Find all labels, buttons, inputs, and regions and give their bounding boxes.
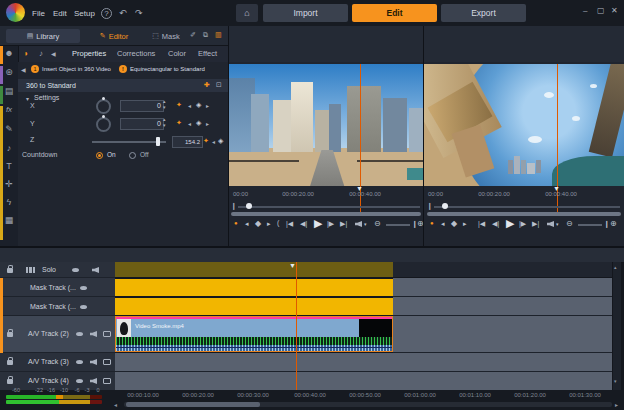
rail-keyframe-icon[interactable]: ✎ bbox=[5, 124, 13, 134]
z-value-input[interactable]: 154.2 bbox=[172, 136, 203, 148]
eye-icon[interactable] bbox=[72, 268, 79, 272]
minimize-button[interactable]: – bbox=[583, 6, 587, 15]
x-keyframe-diamond-icon[interactable]: ◈ bbox=[196, 101, 201, 109]
rail-fx-icon[interactable]: fx bbox=[6, 105, 12, 114]
eye-icon[interactable] bbox=[76, 360, 83, 364]
src-prev-keyframe-icon[interactable]: ◂ bbox=[245, 220, 249, 228]
dual-view-icon[interactable]: ▥ bbox=[215, 31, 222, 39]
panel-options-icon[interactable]: ⊡ bbox=[216, 81, 222, 89]
pre-keyframe-icon[interactable]: ◆ bbox=[451, 219, 457, 228]
pip-icon[interactable] bbox=[103, 359, 111, 365]
redo-icon[interactable]: ↷ bbox=[135, 8, 143, 18]
eye-icon[interactable] bbox=[80, 305, 87, 309]
menu-edit[interactable]: Edit bbox=[53, 9, 67, 18]
rail-effects-icon[interactable]: ϟ bbox=[7, 197, 12, 207]
rail-library-icon[interactable]: ▤ bbox=[5, 86, 14, 96]
tab-properties[interactable]: Properties bbox=[72, 49, 106, 58]
mask-clip-1[interactable] bbox=[115, 279, 393, 296]
timeline-vscrollbar[interactable]: ▴ ▾ bbox=[613, 262, 621, 390]
src-mark-in-icon[interactable]: ( bbox=[277, 219, 279, 226]
track-empty-area[interactable] bbox=[115, 353, 612, 372]
export-nav-button[interactable]: Export bbox=[441, 4, 526, 22]
pre-prev-keyframe-icon[interactable]: ◂ bbox=[441, 220, 445, 228]
pre-next-keyframe-icon[interactable]: ▸ bbox=[463, 220, 467, 228]
src-go-end-button[interactable]: ▶| bbox=[340, 220, 347, 228]
eye-icon[interactable] bbox=[76, 332, 83, 336]
speaker-icon[interactable] bbox=[90, 378, 97, 384]
timeline-hscrollbar-thumb[interactable] bbox=[126, 402, 260, 407]
rail-audio-icon[interactable]: ♪ bbox=[7, 143, 12, 153]
volume-keyframe-line[interactable] bbox=[116, 347, 392, 348]
src-zoom-out-icon[interactable]: ⊖ bbox=[374, 219, 381, 228]
back-step-icon[interactable]: ◀ bbox=[21, 66, 26, 73]
y-keyframe-diamond-icon[interactable]: ◈ bbox=[196, 119, 201, 127]
help-icon[interactable]: ? bbox=[101, 8, 112, 19]
countdown-off-label[interactable]: Off bbox=[140, 151, 149, 158]
source-scrollbar[interactable] bbox=[231, 212, 421, 216]
src-step-forward-button[interactable]: |▶ bbox=[327, 220, 334, 228]
pre-zoom-in-icon[interactable]: ⊕ bbox=[610, 219, 617, 228]
preview-trim-track[interactable] bbox=[434, 206, 620, 208]
settings-collapse-icon[interactable]: ▾ bbox=[26, 95, 29, 102]
scroll-left-icon[interactable]: ◂ bbox=[114, 401, 117, 408]
pre-step-forward-button[interactable]: |▶ bbox=[519, 220, 526, 228]
collapse-left-icon[interactable]: ◀ bbox=[51, 50, 56, 57]
import-nav-button[interactable]: Import bbox=[263, 4, 348, 22]
pre-go-start-button[interactable]: |◀ bbox=[478, 220, 485, 228]
tab-library[interactable]: ▤ Library bbox=[6, 29, 80, 43]
countdown-on-label[interactable]: On bbox=[107, 151, 116, 158]
preview-playhead-handle[interactable]: ▼ bbox=[553, 185, 560, 192]
undo-icon[interactable]: ↶ bbox=[119, 8, 127, 18]
lock-icon[interactable] bbox=[7, 379, 13, 384]
preview-360-video[interactable] bbox=[424, 64, 624, 186]
pre-zoom-out-icon[interactable]: ⊖ bbox=[566, 219, 573, 228]
src-volume-caret-icon[interactable]: ▾ bbox=[364, 221, 367, 227]
z-keyframe-icon[interactable]: ✦ bbox=[203, 137, 209, 145]
y-prev-keyframe-icon[interactable]: ◂ bbox=[188, 120, 191, 127]
tab-color[interactable]: Color bbox=[168, 49, 186, 58]
src-next-keyframe-icon[interactable]: ▸ bbox=[267, 220, 271, 228]
rail-360-icon[interactable]: ⊛ bbox=[5, 67, 13, 77]
scroll-down-icon[interactable]: ▾ bbox=[614, 378, 617, 384]
pre-zoom-slider[interactable] bbox=[578, 224, 602, 226]
eye-icon[interactable] bbox=[80, 286, 87, 290]
x-prev-keyframe-icon[interactable]: ◂ bbox=[188, 102, 191, 109]
source-trim-track[interactable] bbox=[238, 206, 420, 208]
music-icon[interactable]: ♪ bbox=[39, 49, 43, 58]
pre-go-end-button[interactable]: ▶| bbox=[532, 220, 539, 228]
tab-corrections[interactable]: Corrections bbox=[117, 49, 155, 58]
scroll-up-icon[interactable]: ▴ bbox=[614, 264, 617, 270]
add-keyframe-icon[interactable]: ✚ bbox=[204, 81, 210, 89]
edit-nav-button[interactable]: Edit bbox=[352, 4, 437, 22]
track-empty-area[interactable] bbox=[393, 278, 612, 297]
track-header-av-2[interactable]: A/V Track (2) bbox=[0, 316, 115, 353]
y-rotation-dial[interactable] bbox=[96, 117, 111, 132]
src-add-keyframe-icon[interactable]: ● bbox=[234, 220, 238, 226]
scroll-right-icon[interactable]: ▸ bbox=[615, 401, 618, 408]
pre-play-button[interactable]: ▶ bbox=[506, 217, 514, 230]
src-step-back-button[interactable]: ◀| bbox=[300, 220, 307, 228]
track-empty-area[interactable] bbox=[115, 372, 612, 391]
lock-icon[interactable] bbox=[7, 360, 13, 365]
z-slider-track[interactable] bbox=[92, 141, 166, 143]
pre-zoom-marker-icon[interactable]: ❙ bbox=[604, 220, 610, 228]
pre-step-back-button[interactable]: ◀| bbox=[492, 220, 499, 228]
eye-icon[interactable] bbox=[76, 379, 83, 383]
y-value-input[interactable]: 0 bbox=[120, 118, 164, 130]
source-trim-start-handle[interactable]: ❙ bbox=[231, 202, 237, 210]
src-go-start-button[interactable]: |◀ bbox=[286, 220, 293, 228]
timeline-playhead-line[interactable] bbox=[296, 262, 297, 400]
y-keyframe-icon[interactable]: ✦ bbox=[176, 119, 182, 127]
track-empty-area[interactable] bbox=[393, 316, 612, 353]
source-trim-dot[interactable] bbox=[246, 203, 252, 209]
z-slider-thumb[interactable] bbox=[156, 137, 160, 146]
copy-icon[interactable]: ⧉ bbox=[203, 31, 208, 39]
tab-editor[interactable]: ✎ Editor bbox=[88, 29, 140, 43]
lock-icon[interactable] bbox=[7, 332, 13, 337]
preview-trim-start-handle[interactable]: ❙ bbox=[427, 202, 433, 210]
tab-effect[interactable]: Effect bbox=[198, 49, 217, 58]
pip-icon[interactable] bbox=[103, 331, 111, 337]
source-playhead-handle[interactable]: ▼ bbox=[356, 185, 363, 192]
countdown-on-radio[interactable] bbox=[96, 152, 103, 159]
home-button[interactable]: ⌂ bbox=[236, 4, 258, 22]
